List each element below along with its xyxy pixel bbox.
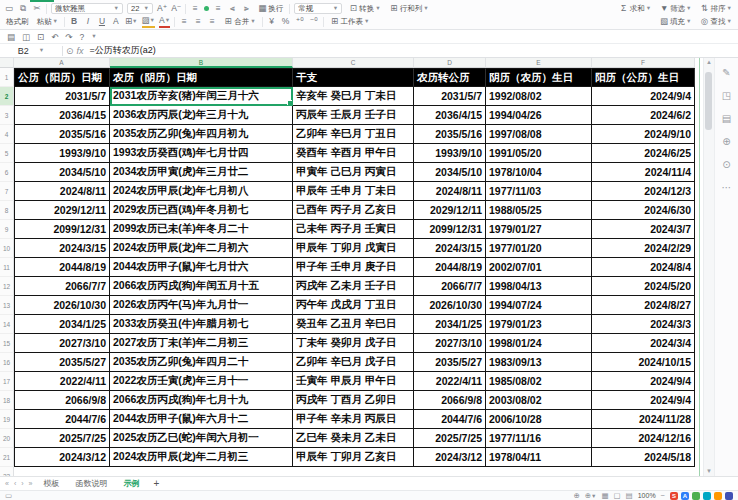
sum-button[interactable]: Σ 求和 ▼ <box>617 3 653 15</box>
row-number-11[interactable]: 11 <box>0 258 14 277</box>
cell-F8[interactable]: 2024/6/30 <box>592 201 695 220</box>
font-name-select[interactable]: 微软雅黑 ▼ <box>51 3 123 14</box>
cell-C15[interactable]: 丁未年 癸卯月 戊子日 <box>293 334 414 353</box>
cell-E2[interactable]: 1992/08/02 <box>486 87 592 106</box>
cell-D7[interactable]: 2024/8/11 <box>414 182 486 201</box>
cell-E19[interactable]: 2006/10/28 <box>486 410 592 429</box>
cell-C4[interactable]: 乙卯年 辛巳月 丁丑日 <box>293 125 414 144</box>
sheet-tab-模板[interactable]: 模板 <box>36 477 68 490</box>
row-number-15[interactable]: 15 <box>0 334 14 353</box>
cell-C21[interactable]: 甲辰年 丁卯月 乙亥日 <box>293 448 414 467</box>
cell-E21[interactable]: 1978/04/11 <box>486 448 592 467</box>
view-page-layout-icon[interactable]: ▢ <box>614 492 621 500</box>
cell-A3[interactable]: 2036/4/15 <box>14 106 110 125</box>
row-number-13[interactable]: 13 <box>0 296 14 315</box>
row-number-9[interactable]: 9 <box>0 220 14 239</box>
insert-function-icon[interactable]: ⊙ <box>66 46 74 56</box>
cell-C19[interactable]: 甲子年 辛未月 丙辰日 <box>293 410 414 429</box>
cell-C20[interactable]: 乙巳年 癸未月 乙未日 <box>293 429 414 448</box>
format-painter-button[interactable]: 格式刷 <box>4 16 31 28</box>
cell-C13[interactable]: 丙午年 戊戌月 丁丑日 <box>293 296 414 315</box>
cell-C11[interactable]: 甲子年 壬申月 庚子日 <box>293 258 414 277</box>
strikethrough-button[interactable]: A <box>111 16 121 27</box>
fx-icon[interactable]: fx <box>77 46 84 56</box>
tray-icon-1[interactable] <box>692 492 700 500</box>
row-number-16[interactable]: 16 <box>0 353 14 372</box>
scroll-down-icon[interactable]: ▼ <box>705 468 713 474</box>
cell-B16[interactable]: 2035农历乙卯(兔)年四月二十 <box>110 353 293 372</box>
cell-A8[interactable]: 2029/12/11 <box>14 201 110 220</box>
cell-B18[interactable]: 2066农历丙戌(狗)年七月十九 <box>110 391 293 410</box>
column-header-A[interactable]: A <box>14 58 110 68</box>
find-button[interactable]: ◎ 查找 ▼ <box>698 16 734 28</box>
worksheet-button[interactable]: ⊞ 工作表 ▼ <box>328 16 372 28</box>
cell-E12[interactable]: 1998/04/13 <box>486 277 592 296</box>
cell-F13[interactable]: 2024/8/27 <box>592 296 695 315</box>
tray-icon-2[interactable] <box>703 492 711 500</box>
align-right-icon[interactable]: ≡ <box>207 16 217 27</box>
cell-A13[interactable]: 2026/10/30 <box>14 296 110 315</box>
cell-D16[interactable]: 2035/5/27 <box>414 353 486 372</box>
wrap-text-button[interactable]: ▦ 换行 <box>255 3 285 15</box>
more-panel-icon[interactable]: ⋯ <box>722 183 732 193</box>
print-icon[interactable]: ◫ <box>22 32 30 42</box>
cell-D8[interactable]: 2029/12/11 <box>414 201 486 220</box>
cell-B20[interactable]: 2025农历乙巳(蛇)年闰六月初一 <box>110 429 293 448</box>
percent-format-button[interactable]: % <box>281 16 291 27</box>
cell-A7[interactable]: 2024/8/11 <box>14 182 110 201</box>
cell-B6[interactable]: 2034农历甲寅(虎)年三月廿二 <box>110 163 293 182</box>
cell-B11[interactable]: 2044农历甲子(鼠)年七月廿六 <box>110 258 293 277</box>
cell-C12[interactable]: 丙戌年 乙未月 壬子日 <box>293 277 414 296</box>
row-number-5[interactable]: 5 <box>0 144 14 163</box>
tray-icon-s[interactable]: S <box>670 492 678 500</box>
cell-name-box[interactable]: B2 ▼ <box>0 46 62 56</box>
number-format-select[interactable]: 常规 ▼ <box>294 3 342 14</box>
cell-C2[interactable]: 辛亥年 癸巳月 丁未日 <box>293 87 414 106</box>
row-number-20[interactable]: 20 <box>0 429 14 448</box>
formula-input[interactable]: =公历转农历(a2) <box>90 44 156 57</box>
first-sheet-icon[interactable]: « <box>3 480 11 487</box>
help-icon[interactable]: ? <box>79 32 84 42</box>
cell-D15[interactable]: 2027/3/10 <box>414 334 486 353</box>
cell-E10[interactable]: 1977/01/20 <box>486 239 592 258</box>
cell-F2[interactable]: 2024/9/4 <box>592 87 695 106</box>
cell-A9[interactable]: 2099/12/31 <box>14 220 110 239</box>
underline-button[interactable]: U <box>97 16 107 27</box>
cell-D5[interactable]: 1993/9/10 <box>414 144 486 163</box>
cell-A12[interactable]: 2066/7/7 <box>14 277 110 296</box>
print-preview-icon[interactable]: ⊡ <box>37 32 44 42</box>
filter-button[interactable]: ▼ 筛选 ▼ <box>657 3 693 15</box>
decrease-decimal-button[interactable]: ⁻⁰ <box>309 16 319 27</box>
cell-A6[interactable]: 2034/5/10 <box>14 163 110 182</box>
row-number-10[interactable]: 10 <box>0 239 14 258</box>
cell-B15[interactable]: 2027农历丁未(羊)年二月初三 <box>110 334 293 353</box>
cell-A18[interactable]: 2066/9/8 <box>14 391 110 410</box>
paste-icon[interactable]: ▭ <box>4 3 14 14</box>
scroll-up-icon[interactable]: ▲ <box>705 59 713 65</box>
increase-decimal-button[interactable]: ⁺⁰ <box>295 16 305 27</box>
cell-A4[interactable]: 2035/5/16 <box>14 125 110 144</box>
cell-A2[interactable]: 2031/5/7 <box>14 87 110 106</box>
scrollbar-thumb[interactable] <box>705 72 712 130</box>
cell-C6[interactable]: 甲寅年 己巳月 丙寅日 <box>293 163 414 182</box>
style-panel-icon[interactable]: ◳ <box>722 91 731 101</box>
cut-icon[interactable]: ✂ <box>32 3 42 14</box>
cell-C10[interactable]: 甲辰年 丁卯月 戊寅日 <box>293 239 414 258</box>
sort-button[interactable]: ⇅ 排序 ▼ <box>698 3 734 15</box>
cell-D12[interactable]: 2066/7/7 <box>414 277 486 296</box>
paste-options-button[interactable]: 粘贴 ▼ <box>35 16 60 28</box>
zoom-level[interactable]: 100% <box>638 492 656 499</box>
row-number-14[interactable]: 14 <box>0 315 14 334</box>
row-number-6[interactable]: 6 <box>0 163 14 182</box>
cell-F6[interactable]: 2024/11/4 <box>592 163 695 182</box>
selection-options-icon[interactable]: ⊕▼ <box>585 492 597 500</box>
cell-F16[interactable]: 2024/10/15 <box>592 353 695 372</box>
cell-C3[interactable]: 丙辰年 壬辰月 壬子日 <box>293 106 414 125</box>
cell-A19[interactable]: 2044/7/6 <box>14 410 110 429</box>
cell-B10[interactable]: 2024农历甲辰(龙)年二月初六 <box>110 239 293 258</box>
column-header-E[interactable]: E <box>486 58 592 68</box>
tray-icon-3[interactable] <box>714 492 722 500</box>
cell-B5[interactable]: 1993农历癸酉(鸡)年七月廿四 <box>110 144 293 163</box>
cell-A21[interactable]: 2024/3/12 <box>14 448 110 467</box>
cell-F18[interactable]: 2024/9/4 <box>592 391 695 410</box>
